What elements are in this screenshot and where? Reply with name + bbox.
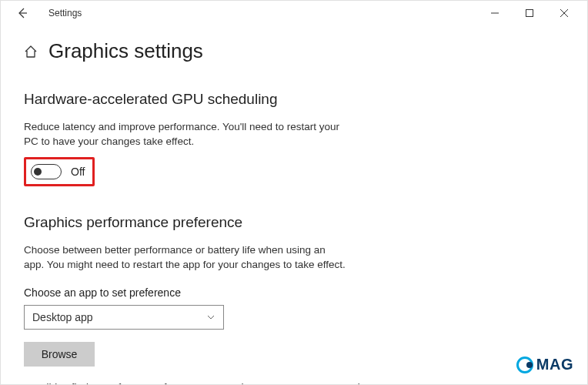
back-button[interactable] [12, 2, 33, 24]
dropdown-selected-text: Desktop app [32, 311, 93, 323]
chevron-down-icon [206, 313, 215, 322]
svg-rect-0 [526, 10, 533, 17]
maximize-icon [526, 9, 533, 17]
app-type-dropdown[interactable]: Desktop app [24, 305, 224, 330]
watermark-logo: MAG [516, 356, 573, 373]
choose-app-label: Choose an app to set preference [24, 286, 564, 299]
minimize-icon [491, 9, 499, 17]
close-icon [560, 9, 568, 17]
page-header: Graphics settings [24, 39, 564, 63]
performance-preference-section: Graphics performance preference Choose b… [24, 214, 564, 385]
gpu-scheduling-description: Reduce latency and improve performance. … [24, 120, 347, 149]
gpu-scheduling-heading: Hardware-accelerated GPU scheduling [24, 91, 564, 108]
watermark-text: MAG [536, 356, 573, 373]
perf-pref-heading: Graphics performance preference [24, 214, 564, 231]
app-title: Settings [48, 8, 82, 18]
arrow-left-icon [16, 7, 28, 19]
home-icon[interactable] [24, 45, 38, 59]
close-button[interactable] [546, 2, 581, 24]
maximize-button[interactable] [512, 2, 546, 24]
gpu-scheduling-toggle[interactable] [31, 164, 62, 179]
page-title: Graphics settings [48, 39, 203, 63]
empty-preferences-message: We didn't find any of your preferences y… [24, 382, 564, 385]
watermark-icon [516, 357, 533, 373]
gpu-scheduling-toggle-row: Off [24, 157, 95, 186]
browse-button[interactable]: Browse [24, 342, 95, 367]
perf-pref-description: Choose between better performance or bat… [24, 243, 347, 273]
main-content: Graphics settings Hardware-accelerated G… [1, 25, 587, 385]
minimize-button[interactable] [477, 2, 512, 24]
title-bar: Settings [1, 1, 587, 25]
gpu-scheduling-toggle-label: Off [71, 166, 85, 178]
window-controls [477, 2, 581, 24]
